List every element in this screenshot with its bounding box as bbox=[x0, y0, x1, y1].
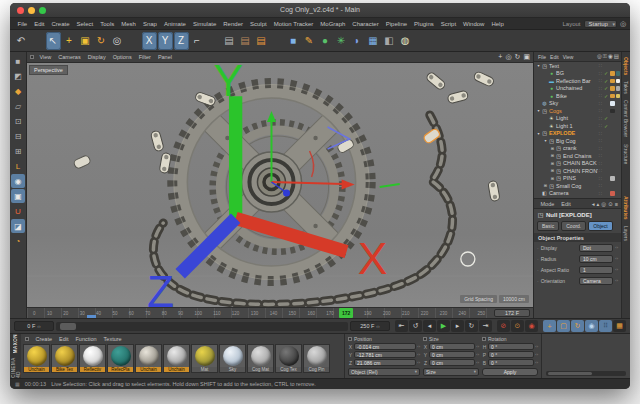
position-field[interactable]: -0.014 cm bbox=[354, 343, 416, 350]
material-menu-item[interactable]: Edit bbox=[56, 336, 72, 342]
texture-chip[interactable] bbox=[610, 146, 615, 151]
material-item[interactable]: Cog Tex bbox=[275, 344, 302, 373]
menu-item[interactable]: Select bbox=[73, 21, 97, 27]
stepper-icon[interactable]: ‹› bbox=[417, 344, 420, 349]
stepper-icon[interactable]: ‹› bbox=[476, 344, 479, 349]
lock-z-axis-icon[interactable]: Z bbox=[174, 32, 189, 50]
attr-menu-item[interactable]: Edit bbox=[558, 201, 574, 207]
visibility-dots[interactable]: :: bbox=[598, 183, 603, 188]
menu-item[interactable]: Animate bbox=[160, 21, 189, 27]
position-field[interactable]: -12.781 cm bbox=[354, 351, 416, 358]
stepper-icon[interactable]: ‹› bbox=[615, 267, 618, 272]
make-editable-icon[interactable]: ■ bbox=[11, 54, 25, 68]
key-scale-icon[interactable]: ▢ bbox=[557, 320, 570, 332]
object-name[interactable]: Bike bbox=[555, 93, 598, 99]
rotation-checkbox[interactable] bbox=[482, 337, 486, 341]
visibility-dots[interactable]: :: bbox=[598, 131, 603, 136]
toggle-view-icon[interactable]: ▣ bbox=[523, 53, 530, 61]
texture-chip[interactable] bbox=[610, 109, 615, 114]
attr-search-icon[interactable]: ◎ bbox=[601, 201, 606, 207]
om-search-icon[interactable]: ◎ bbox=[597, 53, 602, 60]
object-row[interactable]: ⊞ ◳ Small Cog :: bbox=[534, 182, 621, 190]
polygons-mode-icon[interactable]: ⊞ bbox=[11, 144, 25, 158]
texture-chip[interactable] bbox=[616, 146, 621, 151]
texture-chip[interactable] bbox=[610, 191, 615, 196]
menu-item[interactable]: Snap bbox=[139, 21, 160, 27]
object-name[interactable]: Light 1 bbox=[555, 123, 598, 129]
texture-chip[interactable] bbox=[610, 139, 615, 144]
material-item[interactable]: Bike Tex bbox=[51, 344, 78, 373]
attr-menu-icon[interactable]: ≡ bbox=[615, 201, 618, 207]
keyframe-mode-icon[interactable]: ▦ bbox=[613, 320, 626, 332]
texture-chip[interactable] bbox=[610, 64, 615, 69]
scrollbar-handle[interactable] bbox=[60, 323, 76, 330]
object-name[interactable]: crank bbox=[562, 145, 598, 151]
material-item[interactable]: Mat bbox=[191, 344, 218, 373]
preview-range-marker[interactable] bbox=[87, 315, 96, 318]
title-bar[interactable]: Cog Only_v2.c4d * - Main bbox=[10, 3, 630, 18]
object-row[interactable]: ● Unchained :: ✓ bbox=[534, 85, 621, 93]
menu-item[interactable]: Edit bbox=[31, 21, 48, 27]
loop-icon[interactable]: ↻ bbox=[465, 320, 478, 332]
horizontal-scrollbar[interactable] bbox=[546, 371, 626, 376]
rotation-field[interactable]: 0 ° bbox=[488, 351, 534, 358]
object-name[interactable]: Reflection Bar bbox=[555, 78, 598, 84]
stepper-icon[interactable]: ‹› bbox=[615, 245, 618, 250]
play-icon[interactable]: ▶ bbox=[437, 320, 450, 332]
material-item[interactable]: Unchain bbox=[135, 344, 162, 373]
object-row[interactable]: ◍ Sky :: bbox=[534, 100, 621, 108]
texture-chip[interactable] bbox=[616, 94, 621, 99]
pan-view-icon[interactable]: + bbox=[498, 53, 502, 61]
object-name[interactable]: Cogs bbox=[548, 108, 598, 114]
search-icon[interactable]: ◎ bbox=[620, 20, 626, 28]
object-name[interactable]: Small Cog bbox=[555, 183, 598, 189]
apply-button[interactable]: Apply bbox=[482, 368, 538, 376]
keyframe-selection-icon[interactable]: ◉ bbox=[525, 320, 538, 332]
timeline-scrollbar[interactable] bbox=[56, 322, 348, 331]
workplane-mode-icon[interactable]: ▱ bbox=[11, 99, 25, 113]
texture-chip[interactable] bbox=[616, 101, 621, 106]
menu-item[interactable]: Sculpt bbox=[246, 21, 270, 27]
goto-end-icon[interactable]: ⇥ bbox=[479, 320, 492, 332]
object-row[interactable]: ● Bike :: ✓ bbox=[534, 92, 621, 100]
add-light-icon[interactable]: ◍ bbox=[398, 32, 413, 50]
workplane-icon[interactable]: ◪ bbox=[11, 219, 25, 233]
play-reverse-icon[interactable]: ↺ bbox=[409, 320, 422, 332]
object-name[interactable]: Unchained bbox=[555, 85, 598, 91]
texture-chip[interactable] bbox=[610, 184, 615, 189]
coord-mode-select[interactable]: Object (Rel) bbox=[348, 368, 420, 376]
start-frame-field[interactable]: 0 F‹› bbox=[14, 321, 54, 331]
panel-tab[interactable]: Takes bbox=[623, 78, 629, 97]
texture-chip[interactable] bbox=[616, 71, 621, 76]
rotate-view-icon[interactable]: ↻ bbox=[515, 53, 521, 61]
viewport-solo-icon[interactable]: ◉ bbox=[11, 174, 25, 188]
attribute-value[interactable]: 1 bbox=[579, 266, 613, 274]
edges-mode-icon[interactable]: ⊟ bbox=[11, 129, 25, 143]
last-tool-icon[interactable]: ◎ bbox=[110, 32, 125, 50]
texture-chip[interactable] bbox=[616, 176, 621, 181]
enabled-check[interactable]: ✓ bbox=[603, 78, 609, 84]
viewport-canvas[interactable]: Perspective Grid Spacing10000 cm Y X Z bbox=[27, 63, 533, 307]
menu-item[interactable]: Simulate bbox=[189, 21, 219, 27]
material-item[interactable]: Unchain bbox=[163, 344, 190, 373]
panel-tab[interactable]: Layers bbox=[623, 223, 629, 244]
visibility-dots[interactable]: :: bbox=[598, 176, 603, 181]
goto-start-icon[interactable]: ⇤ bbox=[395, 320, 408, 332]
key-rotation-icon[interactable]: ↻ bbox=[571, 320, 584, 332]
material-menu-item[interactable]: Create bbox=[32, 336, 56, 342]
add-deformer-icon[interactable]: ◗ bbox=[350, 32, 365, 50]
locked-workplane-icon[interactable]: ◔ bbox=[11, 234, 25, 248]
texture-chip[interactable] bbox=[616, 64, 621, 69]
visibility-dots[interactable]: :: bbox=[598, 146, 603, 151]
separator[interactable] bbox=[206, 32, 221, 50]
coord-system-icon[interactable]: ⌐ bbox=[190, 32, 205, 50]
points-mode-icon[interactable]: ⊡ bbox=[11, 114, 25, 128]
texture-chip[interactable] bbox=[616, 169, 621, 174]
visibility-dots[interactable]: :: bbox=[598, 191, 603, 196]
rotation-field[interactable]: 0 ° bbox=[488, 359, 534, 366]
separator[interactable] bbox=[270, 32, 285, 50]
texture-chip[interactable] bbox=[610, 161, 615, 166]
texture-mode-icon[interactable]: ◆ bbox=[11, 84, 25, 98]
material-item[interactable]: Unchain bbox=[23, 344, 50, 373]
object-name[interactable]: Sky bbox=[548, 100, 598, 106]
